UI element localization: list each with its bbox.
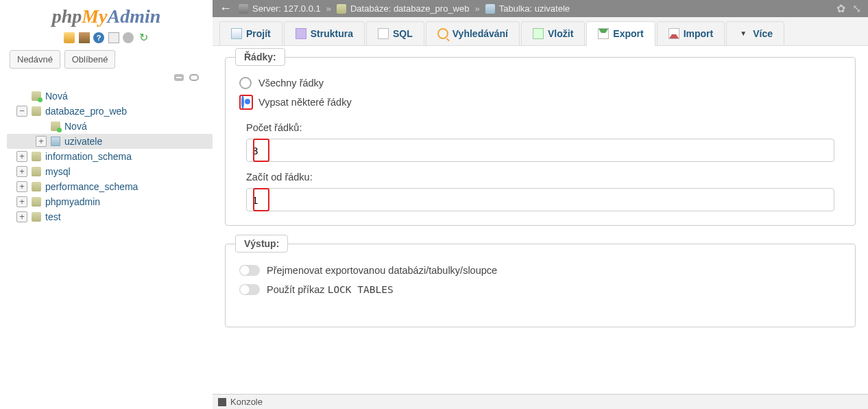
logo-icon-row: ? ↻ [0, 29, 213, 46]
tree-label: information_schema [45, 151, 132, 162]
tab-import[interactable]: Import [657, 21, 725, 45]
sql-icon [378, 28, 389, 39]
toggle-label: Přejmenovat exportovanou databázi/tabulk… [267, 265, 497, 276]
structure-icon [296, 28, 306, 39]
breadcrumb-server[interactable]: Server: 127.0.0.1 [239, 3, 321, 14]
breadcrumb-bar: ← Server: 127.0.0.1 » Databáze: databaze… [213, 0, 868, 17]
tab-search[interactable]: Vyhledávání [426, 21, 520, 45]
collapse-icon[interactable]: − [16, 106, 27, 117]
server-icon [239, 4, 248, 14]
recent-tab[interactable]: Nedávné [10, 50, 60, 69]
tree-db-web-new[interactable]: Nová [7, 119, 213, 134]
home-icon[interactable] [64, 32, 75, 43]
new-db-icon [32, 91, 41, 101]
collapse-top-icon[interactable]: ⤡ [852, 2, 861, 15]
help-icon[interactable]: ? [93, 32, 104, 43]
chevron-down-icon: ▼ [738, 28, 749, 39]
row-start-label: Začít od řádku: [246, 172, 841, 183]
rows-fieldset: Řádky: Všechny řádky Vypsat některé řádk… [225, 57, 856, 226]
toggle-rename[interactable]: Přejmenovat exportovanou databázi/tabulk… [239, 261, 841, 280]
breadcrumb-database[interactable]: Databáze: databaze_pro_web [337, 3, 469, 14]
main-panel: ← Server: 127.0.0.1 » Databáze: databaze… [213, 0, 868, 409]
database-icon [32, 152, 41, 161]
import-icon [668, 28, 679, 39]
row-start-input[interactable] [246, 188, 834, 211]
settings-icon[interactable] [123, 32, 134, 43]
database-icon [337, 4, 346, 14]
tree-info-schema[interactable]: + information_schema [7, 149, 213, 164]
tab-export[interactable]: Export [586, 21, 655, 45]
toggle-label: Použít příkaz LOCK TABLES [267, 284, 394, 295]
tab-browse[interactable]: Projít [219, 21, 282, 45]
radio-some-rows[interactable]: Vypsat některé řádky [239, 92, 841, 113]
docs-icon[interactable] [108, 32, 119, 43]
new-table-icon [51, 121, 60, 131]
tree-test[interactable]: + test [7, 209, 213, 224]
exit-icon[interactable] [79, 32, 90, 43]
console-bar[interactable]: Konzole [213, 394, 868, 409]
bc-value: databaze_pro_web [394, 3, 470, 14]
database-icon [32, 167, 41, 176]
radio-icon[interactable] [241, 95, 244, 109]
database-icon [32, 197, 41, 207]
table-icon [485, 4, 495, 14]
db-tree: Nová − databaze_pro_web Nová + uzivatele… [0, 87, 213, 224]
console-icon [218, 398, 226, 406]
expand-icon[interactable]: + [16, 181, 27, 192]
bc-label: Tabulka: [499, 3, 532, 14]
logo[interactable]: phpMyAdmin [0, 0, 213, 29]
tree-label: databaze_pro_web [45, 106, 127, 117]
breadcrumb-table[interactable]: Tabulka: uzivatele [485, 3, 570, 14]
tree-db-web[interactable]: − databaze_pro_web [7, 104, 213, 119]
console-label: Konzole [230, 397, 263, 407]
toggle-lock-tables[interactable]: Použít příkaz LOCK TABLES [239, 280, 841, 299]
tab-sql[interactable]: SQL [366, 21, 424, 45]
database-icon [32, 182, 41, 191]
radio-label: Vypsat některé řádky [258, 97, 352, 108]
tree-new-db[interactable]: Nová [7, 89, 213, 104]
expand-icon[interactable]: + [36, 136, 47, 147]
favorite-tab[interactable]: Oblíbené [64, 50, 116, 69]
tree-perf-schema[interactable]: + performance_schema [7, 179, 213, 194]
collapse-all-icon[interactable] [174, 74, 184, 81]
collapse-controls [0, 71, 213, 87]
reload-icon[interactable]: ↻ [138, 32, 149, 43]
breadcrumb-separator: » [326, 3, 331, 14]
tree-pma[interactable]: + phpmyadmin [7, 194, 213, 209]
tree-mysql[interactable]: + mysql [7, 164, 213, 179]
tree-label: phpmyadmin [45, 196, 100, 207]
row-count-input[interactable] [246, 139, 834, 162]
row-count-label: Počet řádků: [246, 122, 841, 133]
export-icon [598, 28, 609, 39]
insert-icon [533, 28, 544, 39]
rows-legend: Řádky: [235, 48, 285, 66]
bc-label: Databáze: [350, 3, 391, 14]
tree-label: Nová [64, 121, 87, 132]
tab-structure[interactable]: Struktura [284, 21, 365, 45]
tree-label: mysql [45, 166, 71, 177]
browse-icon [231, 28, 242, 39]
content-area: Řádky: Všechny řádky Vypsat některé řádk… [213, 46, 868, 402]
radio-icon[interactable] [239, 77, 252, 89]
expand-icon[interactable]: + [16, 196, 27, 207]
sidebar: phpMyAdmin ? ↻ Nedávné Oblíbené Nová − d… [0, 0, 213, 409]
toggle-switch[interactable] [239, 284, 260, 295]
tree-label: test [45, 211, 61, 222]
radio-all-rows[interactable]: Všechny řádky [239, 74, 841, 92]
tree-label: performance_schema [45, 181, 138, 192]
tab-insert[interactable]: Vložit [521, 21, 585, 45]
back-arrow-icon[interactable]: ← [219, 1, 232, 16]
link-icon[interactable] [189, 74, 199, 81]
page-settings-icon[interactable]: ✿ [836, 2, 845, 15]
bc-value: uzivatele [535, 3, 570, 14]
expand-icon[interactable]: + [16, 151, 27, 162]
bc-label: Server: [252, 3, 281, 14]
output-legend: Výstup: [235, 235, 288, 253]
expand-icon[interactable]: + [16, 211, 27, 222]
expand-icon[interactable]: + [16, 166, 27, 177]
toggle-switch[interactable] [239, 265, 260, 276]
tab-bar: Projít Struktura SQL Vyhledávání Vložit … [213, 17, 868, 46]
tree-table-uzivatele[interactable]: + uzivatele [7, 134, 213, 149]
tab-more[interactable]: ▼Více [726, 21, 784, 45]
tree-label: Nová [45, 91, 68, 102]
